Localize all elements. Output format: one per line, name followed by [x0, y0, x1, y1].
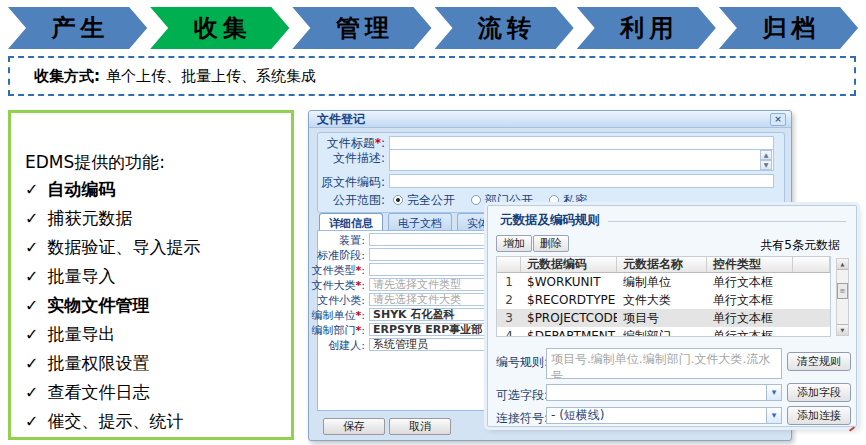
flow-step-2-active: 收集 [150, 7, 289, 49]
metadata-table: 元数据编码 元数据名称 控件类型 1 $WORKUNIT 编制单位 单行文本框 … [496, 256, 831, 337]
creator-label: 创建人: [309, 339, 365, 353]
scroll-up-icon[interactable]: ▲ [837, 259, 848, 270]
scroll-up-icon[interactable]: ▲ [760, 150, 772, 160]
radio-icon [393, 195, 403, 205]
tab-detail-info[interactable]: 详细信息 [319, 213, 383, 231]
check-icon: ✓ [25, 354, 38, 373]
numbering-rule-label: 编号规则: [496, 354, 548, 371]
feature-item: ✓批量导出 [25, 320, 285, 349]
file-title-label: 文件标题*: [309, 136, 385, 150]
check-icon: ✓ [25, 383, 38, 402]
add-metadata-button[interactable]: 增加 [496, 235, 532, 252]
features-box: EDMS提供的功能: ✓自动编码 ✓捕获元数据 ✓数据验证、导入提示 ✓批量导入… [8, 110, 294, 440]
features-title: EDMS提供的功能: [25, 149, 285, 175]
panel-title: 元数据及编码规则 [500, 212, 600, 229]
check-icon: ✓ [25, 267, 38, 286]
original-code-label: 原文件编码: [309, 175, 385, 189]
feature-item: ✓查看文件日志 [25, 378, 285, 407]
table-row[interactable]: 1 $WORKUNIT 编制单位 单行文本框 [497, 273, 830, 291]
scope-label: 公开范围: [309, 193, 385, 207]
scroll-down-icon[interactable]: ▼ [760, 160, 772, 170]
file-title-input[interactable] [389, 136, 774, 150]
check-icon: ✓ [25, 412, 38, 431]
flow-step-6: 归档 [719, 7, 858, 49]
standard-stage-label: 标准阶段: [309, 249, 365, 263]
table-scrollbar[interactable]: ▲ ≡ ▼ [836, 258, 849, 336]
device-label: 装置: [309, 234, 365, 248]
feature-item: ✓批量权限设置 [25, 349, 285, 378]
connector-select[interactable]: - (短横线) ▾ [546, 407, 782, 424]
close-button[interactable]: × [770, 113, 786, 126]
save-button[interactable]: 保存 [323, 418, 385, 435]
delete-metadata-button[interactable]: 删除 [533, 235, 569, 252]
file-subcategory-label: 文件小类: [309, 294, 365, 308]
connector-label: 连接符号: [496, 410, 548, 427]
collect-method-box: 收集方式: 单个上传、批量上传、系统集成 [8, 56, 856, 96]
optional-field-select[interactable]: ▾ [546, 384, 782, 401]
check-icon: ✓ [25, 180, 38, 199]
chevron-down-icon[interactable]: ▾ [766, 408, 781, 423]
add-connector-button[interactable]: 添加连接 [787, 406, 851, 425]
radio-scope-public[interactable]: 完全公开 [393, 192, 455, 209]
original-code-input[interactable] [389, 174, 774, 188]
numbering-rule-input[interactable] [546, 348, 782, 379]
file-description-input[interactable] [389, 149, 774, 171]
radio-icon [471, 195, 481, 205]
panel-header: 元数据及编码规则 [500, 212, 846, 229]
dialog-titlebar[interactable]: 文件登记 × [309, 111, 791, 128]
file-type-label: 文件类型*: [309, 264, 365, 278]
radio-icon [549, 195, 559, 205]
table-header: 元数据编码 元数据名称 控件类型 [497, 257, 830, 273]
feature-item: ✓捕获元数据 [25, 204, 285, 233]
optional-field-label: 可选字段: [496, 387, 548, 404]
metadata-count: 共有5条元数据 [760, 237, 840, 254]
screen: 产生 收集 管理 流转 利用 归档 收集方式: 单个上传、批量上传、系统集成 E… [0, 0, 866, 445]
clear-rule-button[interactable]: 清空规则 [787, 352, 851, 371]
chevron-down-icon[interactable]: ▾ [766, 385, 781, 400]
table-row[interactable]: 2 $RECORDTYPE 文件大类 单行文本框 [497, 291, 830, 309]
feature-item: ✓实物文件管理 [25, 291, 285, 320]
compile-department-label: 编制部门*: [309, 324, 365, 338]
scrollbar-thumb[interactable]: ≡ [837, 283, 848, 299]
add-field-button[interactable]: 添加字段 [787, 383, 851, 402]
divider [608, 221, 846, 222]
feature-item: ✓自动编码 [25, 175, 285, 204]
check-icon: ✓ [25, 296, 38, 315]
feature-item: ✓催交、提示、统计 [25, 407, 285, 436]
flow-step-1: 产生 [8, 7, 147, 49]
check-icon: ✓ [25, 238, 38, 257]
tab-electronic-doc[interactable]: 电子文档 [388, 213, 452, 231]
close-icon: × [774, 114, 782, 124]
red-mark-artifact [849, 426, 855, 431]
collect-method-text: 单个上传、批量上传、系统集成 [106, 67, 316, 86]
process-flow: 产生 收集 管理 流转 利用 归档 [8, 7, 858, 49]
table-row[interactable]: 4 $DEPARTMENT 编制部门 单行文本框 [497, 327, 830, 337]
dialog-title: 文件登记 [317, 111, 770, 128]
scroll-down-icon[interactable]: ▼ [837, 324, 848, 335]
file-description-label: 文件描述: [309, 151, 385, 165]
metadata-rules-panel: 元数据及编码规则 增加 删除 共有5条元数据 元数据编码 元数据名称 控件类型 … [487, 205, 857, 427]
feature-item: ✓批量导入 [25, 262, 285, 291]
file-category-label: 文件大类*: [309, 279, 365, 293]
flow-step-4: 流转 [435, 7, 574, 49]
flow-step-3: 管理 [292, 7, 431, 49]
table-row-selected[interactable]: 3 $PROJECTCODE 项目号 单行文本框 [497, 309, 830, 327]
compile-unit-label: 编制单位*: [309, 309, 365, 323]
collect-method-label: 收集方式: [34, 67, 100, 86]
cancel-button[interactable]: 取消 [389, 418, 451, 435]
check-icon: ✓ [25, 325, 38, 344]
feature-item: ✓数据验证、导入提示 [25, 233, 285, 262]
flow-step-5: 利用 [577, 7, 716, 49]
check-icon: ✓ [25, 209, 38, 228]
